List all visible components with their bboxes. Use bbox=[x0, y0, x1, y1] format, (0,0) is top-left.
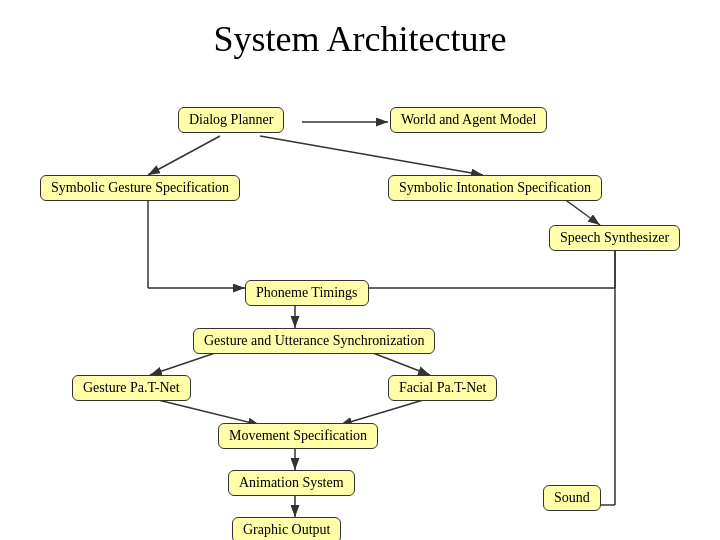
dialog-planner-node: Dialog Planner bbox=[178, 107, 284, 133]
facial-patnet-node: Facial Pa.T-Net bbox=[388, 375, 497, 401]
svg-line-2 bbox=[148, 136, 220, 175]
gesture-utterance-node: Gesture and Utterance Synchronization bbox=[193, 328, 435, 354]
svg-line-3 bbox=[260, 136, 483, 175]
svg-line-13 bbox=[340, 398, 430, 425]
world-agent-node: World and Agent Model bbox=[390, 107, 547, 133]
gesture-patnet-node: Gesture Pa.T-Net bbox=[72, 375, 191, 401]
speech-synthesizer-node: Speech Synthesizer bbox=[549, 225, 680, 251]
symbolic-intonation-node: Symbolic Intonation Specification bbox=[388, 175, 602, 201]
phoneme-timings-node: Phoneme Timings bbox=[245, 280, 369, 306]
animation-system-node: Animation System bbox=[228, 470, 355, 496]
svg-line-12 bbox=[150, 398, 260, 425]
page-title: System Architecture bbox=[0, 0, 720, 70]
graphic-output-node: Graphic Output bbox=[232, 517, 341, 540]
movement-spec-node: Movement Specification bbox=[218, 423, 378, 449]
symbolic-gesture-node: Symbolic Gesture Specification bbox=[40, 175, 240, 201]
sound-node: Sound bbox=[543, 485, 601, 511]
